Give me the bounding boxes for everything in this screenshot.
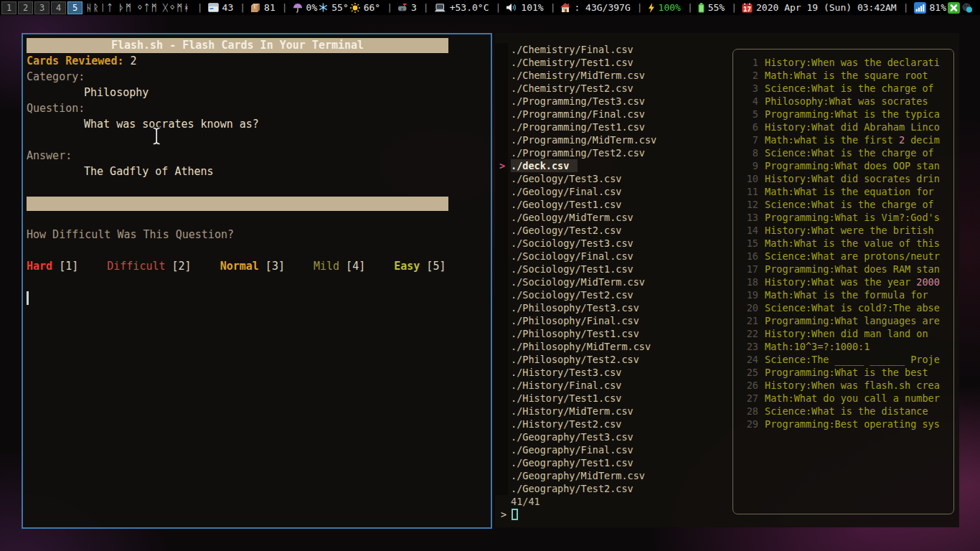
tray-close-icon[interactable] (948, 2, 960, 14)
difficulty-option-mild[interactable]: Mild [4] (314, 260, 365, 273)
weather-low-module: 55° (319, 2, 348, 13)
file-name: ./Chemistry/Test2.csv (511, 82, 633, 95)
file-item[interactable]: ./Philosophy/Test1.csv (495, 327, 732, 340)
difficulty-label: Hard (27, 260, 52, 273)
flashcard-terminal-window[interactable]: Flash.sh - Flash Cards In Your Terminal … (22, 33, 492, 529)
workspace-switcher: 12345 (0, 1, 83, 14)
pointer-space (495, 482, 511, 495)
file-name: ./Programming/MidTerm.csv (511, 133, 656, 146)
preview-text-segment: Math:What is the value of this (765, 237, 940, 250)
window-icon (208, 3, 219, 12)
file-name: ./Sociology/Test3.csv (511, 237, 633, 250)
file-item[interactable]: ./Geography/Final.csv (495, 443, 732, 456)
file-item[interactable]: ./Geography/MidTerm.csv (495, 469, 732, 482)
file-item[interactable]: ./Chemistry/Final.csv (495, 43, 732, 56)
line-number: 9 (737, 159, 758, 172)
file-item[interactable]: ./Sociology/Final.csv (495, 250, 732, 263)
separator: | (903, 2, 909, 13)
file-name: ./Geography/Final.csv (511, 443, 633, 456)
file-picker-terminal-window[interactable]: ./Chemistry/Final.csv ./Chemistry/Test1.… (495, 33, 959, 527)
file-item-selected[interactable]: >./deck.csv (495, 159, 732, 172)
file-item[interactable]: ./Geography/Test3.csv (495, 430, 732, 443)
file-item[interactable]: ./Programming/Final.csv (495, 108, 732, 121)
file-item[interactable]: ./Sociology/Test2.csv (495, 288, 732, 301)
file-item[interactable]: ./Sociology/Test1.csv (495, 263, 732, 276)
file-item[interactable]: ./Sociology/MidTerm.csv (495, 276, 732, 288)
line-number: 6 (737, 121, 758, 133)
workspace-button-5[interactable]: 5 (67, 1, 83, 14)
preview-line: 5Programming:What is the typica (733, 108, 953, 121)
difficulty-option-hard[interactable]: Hard [1] (27, 260, 78, 273)
difficulty-option-easy[interactable]: Easy [5] (394, 260, 446, 273)
file-item[interactable]: ./Geography/Test1.csv (495, 456, 732, 469)
file-item[interactable]: ./Philosophy/Test2.csv (495, 353, 732, 366)
line-number: 2 (737, 69, 758, 82)
file-item[interactable]: ./Geology/Test2.csv (495, 224, 732, 237)
file-item[interactable]: ./Chemistry/Test1.csv (495, 56, 732, 69)
line-number: 4 (737, 95, 758, 108)
file-name: ./Programming/Test2.csv (511, 146, 645, 159)
file-item[interactable]: ./History/Test2.csv (495, 418, 732, 430)
file-item[interactable]: ./Geography/Test2.csv (495, 482, 732, 495)
file-item[interactable]: ./History/Test3.csv (495, 366, 732, 379)
preview-line: 6History:What did Abraham Linco (733, 121, 953, 133)
difficulty-options-row: Hard [1]Difficult [2]Normal [3]Mild [4]E… (27, 258, 487, 274)
file-item[interactable]: ./Programming/MidTerm.csv (495, 133, 732, 146)
file-item[interactable]: ./Geology/Test3.csv (495, 172, 732, 185)
pointer-space (495, 263, 511, 276)
file-item[interactable]: ./History/Test1.csv (495, 392, 732, 405)
difficulty-key: [4] (339, 260, 365, 273)
workspace-button-1[interactable]: 1 (1, 1, 17, 14)
file-item[interactable]: ./Programming/Test1.csv (495, 121, 732, 133)
status-modules: ᚺᚱᛁᛏ ᚦᛗ ᛜᛏᛗ ᚷᛜᛗᚼ|43|81|0%55°66°|3|+53.0°… (86, 2, 980, 14)
file-item[interactable]: ./Geology/Test1.csv (495, 198, 732, 211)
file-item[interactable]: ./Sociology/Test3.csv (495, 237, 732, 250)
file-item[interactable]: ./Philosophy/Test3.csv (495, 301, 732, 314)
file-item[interactable]: ./Chemistry/MidTerm.csv (495, 69, 732, 82)
weather-high-module-text: 66° (364, 2, 380, 13)
file-item[interactable]: ./History/Final.csv (495, 379, 732, 392)
svg-text:17: 17 (743, 6, 751, 13)
weather-rain-module-text: 0% (306, 2, 318, 13)
difficulty-label: Mild (314, 260, 339, 273)
network-module-text: 81% (930, 2, 946, 13)
runes-clock-text: ᚺᚱᛁᛏ ᚦᛗ ᛜᛏᛗ ᚷᛜᛗᚼ (86, 2, 191, 13)
house-icon (560, 3, 570, 12)
pointer-space (495, 366, 511, 379)
preview-line: 13Programming:What is Vim?:God's (733, 211, 953, 224)
search-prompt-row[interactable]: > (501, 508, 518, 521)
preview-text-segment: Math:What is the square root (765, 69, 928, 82)
pointer-space (495, 185, 511, 198)
difficulty-label: Difficult (107, 260, 165, 273)
file-item[interactable]: ./Geology/Final.csv (495, 185, 732, 198)
file-item[interactable]: ./Geology/MidTerm.csv (495, 211, 732, 224)
pointer-space (495, 456, 511, 469)
pointer-space (495, 82, 511, 95)
preview-line: 26History:When was flash.sh crea (733, 379, 953, 392)
pointer-space (495, 379, 511, 392)
file-name: ./Geography/Test3.csv (511, 430, 633, 443)
preview-line: 17Programming:What does RAM stan (733, 263, 953, 276)
tray-app-icon[interactable] (961, 2, 973, 14)
preview-text-segment: History:What did socrates drin (765, 172, 940, 185)
difficulty-option-difficult[interactable]: Difficult [2] (107, 260, 191, 273)
bolt-icon (648, 3, 655, 13)
workspace-button-4[interactable]: 4 (51, 1, 66, 14)
line-number: 5 (737, 108, 758, 121)
preview-text-segment: Science:What is the distance (765, 405, 928, 418)
difficulty-key: [3] (259, 260, 285, 273)
file-item[interactable]: ./Programming/Test2.csv (495, 146, 732, 159)
file-item[interactable]: ./Philosophy/Final.csv (495, 314, 732, 327)
workspace-button-3[interactable]: 3 (34, 1, 50, 14)
file-item[interactable]: ./Programming/Test3.csv (495, 95, 732, 108)
file-item[interactable]: ./History/MidTerm.csv (495, 405, 732, 418)
file-item[interactable]: ./Chemistry/Test2.csv (495, 82, 732, 95)
line-number: 3 (737, 82, 758, 95)
preview-pane: 1History:When was the declarati2Math:Wha… (732, 49, 954, 514)
difficulty-option-normal[interactable]: Normal [3] (220, 260, 285, 273)
pointer-space (495, 418, 511, 430)
preview-line: 28Science:What is the distance (733, 405, 953, 418)
preview-text-segment: Math:What is the equation for (765, 185, 934, 198)
file-item[interactable]: ./Philosophy/MidTerm.csv (495, 340, 732, 353)
workspace-button-2[interactable]: 2 (18, 1, 33, 14)
